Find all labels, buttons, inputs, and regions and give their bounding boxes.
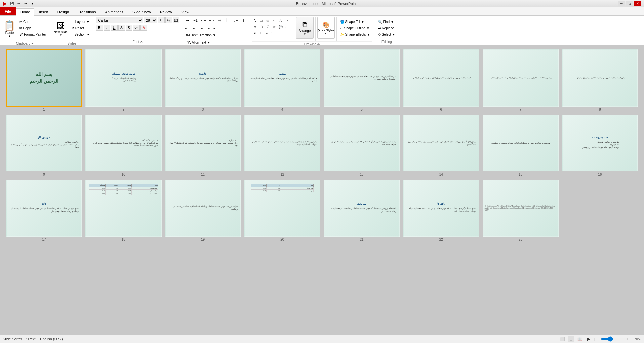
tab-slideshow[interactable]: Slide Show [128, 8, 155, 15]
font-name-select[interactable]: Calibri [96, 17, 143, 23]
reading-view-button[interactable]: 📖 [576, 336, 583, 342]
align-text-button[interactable]: ⬚A Align Text ▼ [184, 39, 212, 45]
slide-item-5[interactable]: متن مقاله و بررسی پژوهش های انجام شده در… [324, 49, 400, 111]
quick-styles-button[interactable]: 🎨 Quick Styles ▼ [317, 17, 335, 39]
shape-fill-button[interactable]: 🪣 Shape Fill ▼ [338, 18, 372, 25]
slide-item-23[interactable]: @Hat,Aurora,Alin,Clipa,Otilia "Teachers'… [483, 180, 559, 241]
maximize-button[interactable]: □ [626, 1, 633, 6]
font-color-button[interactable]: A [140, 25, 147, 31]
shape-triangle[interactable]: △ [278, 17, 284, 23]
shape-pentagon[interactable]: ⬠ [258, 24, 265, 30]
shape-rounded-rect[interactable]: ▭ [265, 17, 271, 23]
align-left-button[interactable]: ≡← [184, 25, 191, 31]
slide-item-22[interactable]: یافته هانتایج تحلیل رگرسیون نشان داد که … [403, 180, 479, 241]
align-right-button[interactable]: ≡→ [200, 25, 207, 31]
char-spacing-button[interactable]: A↔ [133, 25, 140, 31]
find-button[interactable]: 🔍 Find ▼ [376, 18, 397, 25]
shape-outline-button[interactable]: ▭ Shape Outline ▼ [338, 25, 372, 31]
minimize-button[interactable]: ─ [618, 1, 625, 6]
format-painter-button[interactable]: 🖌 Format Painter [18, 31, 48, 37]
slide-item-11[interactable]: ۲.۴ ابزارهابرای سنجش هوش هیجانی از پرسشن… [165, 115, 241, 177]
copy-button[interactable]: ⧉ Copy [18, 25, 48, 31]
slide-item-6[interactable]: ادامه مقدمه و بررسی چارچوب نظری پژوهش در… [403, 49, 479, 111]
slide-item-10[interactable]: ۲.۲ شرکت کنندگانشرکت کنندگان در این مطال… [85, 115, 161, 177]
columns-button[interactable]: ⫿ [240, 17, 248, 23]
bullets-button[interactable]: ≡• [184, 17, 191, 23]
slide-item-21[interactable]: 2.7 بحثیافته های پژوهش نشان داد که هوش ه… [324, 180, 400, 241]
strikethrough-button[interactable]: S [118, 25, 125, 31]
zoom-slider[interactable] [601, 337, 628, 341]
slide-item-18[interactable]: متغیرمیانگینانحرافهمبستگی هوش هیجانی3.45… [85, 180, 161, 241]
font-size-select[interactable]: 28 [144, 17, 157, 23]
shape-action-4[interactable]: ⌒ [270, 30, 276, 36]
select-button[interactable]: ⊹ Select ▼ [376, 31, 397, 37]
customize-icon[interactable]: ▼ [30, 1, 35, 6]
tab-home[interactable]: Home [16, 8, 34, 16]
new-slide-button[interactable]: 🖼 New Slide ▼ [52, 17, 69, 40]
redo-icon[interactable]: ↪ [23, 1, 28, 6]
text-direction-button[interactable]: ⇅A Text Direction ▼ [184, 32, 218, 38]
tab-transitions[interactable]: Transitions [74, 8, 100, 15]
slide-item-4[interactable]: مقدمهخلاصه ای از مطالعات قبلی در زمینه ه… [244, 49, 320, 111]
underline-button[interactable]: U [111, 25, 118, 31]
replace-button[interactable]: ⇄ Replace [376, 25, 397, 31]
shape-rect[interactable]: □ [258, 17, 265, 23]
layout-button[interactable]: ⊞ Layout ▼ [70, 18, 92, 25]
decrease-font-button[interactable]: A↓ [165, 17, 172, 23]
shape-action-2[interactable]: ∧ [258, 30, 263, 36]
numbering-button[interactable]: ≡1 [192, 17, 199, 23]
slide-item-19[interactable]: فرایند بررسی هوش هیجانی معلمان و رابطه آ… [165, 180, 241, 241]
zoom-out-button[interactable]: − [597, 337, 599, 341]
normal-view-button[interactable]: ⬜ [559, 336, 566, 342]
increase-font-button[interactable]: A↑ [158, 17, 165, 23]
save-icon[interactable]: 💾 [9, 1, 15, 6]
decrease-level-button[interactable]: ⊣ [216, 17, 224, 23]
decrease-indent-button[interactable]: ⇐≡ [200, 17, 207, 23]
slide-item-2[interactable]: هوش هیجانی معلمانو رابطه آن با رضایت از … [85, 49, 161, 111]
slide-item-12[interactable]: مقیاس رضایت از زندگی و پرسشنامه رضایت شغ… [244, 115, 320, 177]
justify-button[interactable]: ≡↔≡ [208, 25, 215, 31]
increase-indent-button[interactable]: ≡⇒ [208, 17, 215, 23]
shape-oval[interactable]: ○ [271, 17, 277, 23]
cut-button[interactable]: ✂ Cut [18, 18, 48, 25]
tab-insert[interactable]: Insert [35, 8, 53, 15]
reset-button[interactable]: ↺ Reset [70, 25, 92, 31]
tab-file[interactable]: File [0, 7, 16, 15]
slide-item-17[interactable]: نتایجنتایج پژوهش نشان داد که رابطه معناد… [6, 180, 82, 241]
section-button[interactable]: § Section ▼ [70, 31, 92, 37]
tab-review[interactable]: Review [156, 8, 176, 15]
zoom-in-button[interactable]: + [630, 337, 632, 341]
slide-item-13[interactable]: پرسشنامه هوش هیجانی بار-آن که شامل ۱۳ خر… [324, 115, 400, 177]
shadow-button[interactable]: S [126, 25, 132, 31]
slide-item-20[interactable]: متغیرBBeta هوش هیجانی0.420.38 سن0.210.19… [244, 180, 320, 241]
tab-design[interactable]: Design [53, 8, 73, 15]
shape-effects-button[interactable]: ✨ Shape Effects ▼ [338, 31, 372, 37]
close-button[interactable]: ✕ [634, 1, 641, 6]
shape-action-3[interactable]: ⊿ [264, 30, 269, 36]
tab-view[interactable]: View [177, 8, 194, 15]
shape-line[interactable]: ╲ [252, 17, 258, 23]
slideshow-button[interactable]: ▶ [585, 336, 592, 342]
italic-button[interactable]: I [104, 25, 110, 31]
slide-item-1[interactable]: بسم اللهالرحمن الرحیم 1 [6, 49, 82, 111]
slide-item-9[interactable]: 2-روش کار۲.۱ هدف مطالعههدف مطالعه کشف را… [6, 115, 82, 177]
center-button[interactable]: ≡↔ [192, 25, 199, 31]
slide-item-16[interactable]: 2.5-مفروضاتمفروضات اساسی پژوهش۲.۵-ابزاره… [562, 115, 638, 177]
shape-diamond[interactable]: ◇ [252, 24, 258, 30]
shape-callout[interactable]: 💬 [278, 24, 284, 30]
clear-format-button[interactable]: ⌧ [173, 17, 179, 23]
slide-item-14[interactable]: روش های آماری مورد استفاده شامل ضریب همب… [403, 115, 479, 177]
slide-item-8[interactable]: متن ادامه مقدمه با بررسی پیشینه تحقیق در… [562, 49, 638, 111]
shape-star[interactable]: ☆ [271, 24, 277, 30]
shape-arrow[interactable]: → [284, 17, 290, 23]
slide-item-3[interactable]: خلاصه:در این مقاله با هدف کشف رابطه هوش … [165, 49, 241, 111]
shape-action-1[interactable]: ↗ [252, 30, 257, 36]
increase-level-button[interactable]: ⊢ [224, 17, 232, 23]
bold-button[interactable]: B [96, 25, 103, 31]
tab-animations[interactable]: Animations [100, 8, 127, 15]
line-spacing-button[interactable]: ↕≡ [232, 17, 240, 23]
undo-icon[interactable]: ↩ [16, 1, 22, 6]
shape-more[interactable]: … [284, 24, 290, 30]
arrange-button[interactable]: ⧉ Arrange ▼ [296, 17, 314, 39]
slide-item-7[interactable]: بررسی مطالعات خارجی در زمینه رابطه هوش ه… [483, 49, 559, 111]
